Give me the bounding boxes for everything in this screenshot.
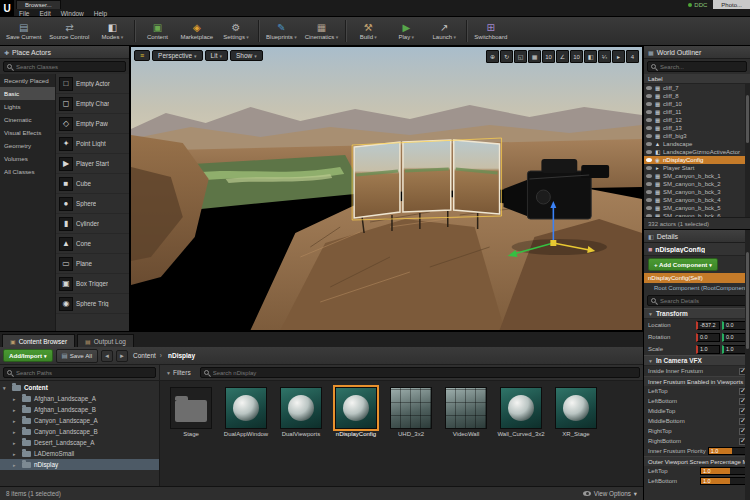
visibility-eye-icon[interactable] — [646, 102, 652, 106]
visibility-eye-icon[interactable] — [646, 86, 652, 90]
placeable-cube[interactable]: ■Cube — [56, 174, 129, 194]
add-import-button[interactable]: Add/Import▾ — [3, 349, 53, 362]
visibility-eye-icon[interactable] — [646, 182, 652, 186]
asset-xr-stage[interactable]: XR_Stage — [551, 387, 601, 438]
tab-content-browser[interactable]: ▣Content Browser — [2, 334, 75, 347]
outliner-search-input[interactable] — [647, 61, 747, 72]
asset-wall-curved-3x2[interactable]: Wall_Curved_3x2 — [496, 387, 546, 438]
content-button[interactable]: ▣Content — [138, 18, 176, 44]
transform-section-header[interactable]: Transform — [656, 310, 688, 317]
rotation-y-field[interactable]: 0.0 — [722, 333, 746, 342]
priority-value-field[interactable]: 1.0 — [708, 447, 746, 455]
expander-icon[interactable]: ▸ — [13, 451, 19, 457]
filters-button[interactable]: ▼Filters — [160, 365, 197, 380]
asset-uhd-3x2[interactable]: UHD_3x2 — [386, 387, 436, 438]
placeable-plane[interactable]: ▭Plane — [56, 254, 129, 274]
category-geometry[interactable]: Geometry — [0, 139, 55, 152]
camera-speed-icon[interactable]: ▸ — [612, 50, 625, 63]
outliner-row[interactable]: ▸Player Start — [644, 164, 750, 172]
category-basic[interactable]: Basic — [0, 87, 55, 100]
lit-button[interactable]: Lit▾ — [205, 50, 228, 61]
asset-videowall[interactable]: VideoWall — [441, 387, 491, 438]
back-button[interactable]: ◄ — [101, 350, 113, 362]
outliner-row[interactable]: ▦cliff_11 — [644, 108, 750, 116]
scale-snap-value[interactable]: ¼ — [598, 50, 611, 63]
grid-snap-value[interactable]: 10 — [542, 50, 555, 63]
component-row-root[interactable]: Root Component (RootComponent) — [644, 283, 750, 293]
viewport-options-button[interactable]: ≡ — [134, 50, 150, 61]
cinematics-button[interactable]: ▦Cinematics — [301, 18, 343, 44]
visibility-eye-icon[interactable] — [646, 174, 652, 178]
visibility-eye-icon[interactable] — [646, 150, 652, 154]
chevron-down-icon[interactable]: ▼ — [648, 311, 653, 317]
outliner-row[interactable]: ▦SM_canyon_b_bck_5 — [644, 204, 750, 212]
scale-y-field[interactable]: 1.0 — [722, 345, 746, 354]
outliner-row[interactable]: ▦SM_canyon_b_bck_1 — [644, 172, 750, 180]
asset-dualviewports[interactable]: DualViewports — [276, 387, 326, 438]
expander-icon[interactable]: ▸ — [13, 418, 19, 424]
grid-snap-icon[interactable]: ▦ — [528, 50, 541, 63]
visibility-eye-icon[interactable] — [646, 142, 652, 146]
details-search-input[interactable] — [647, 295, 747, 306]
category-all-classes[interactable]: All Classes — [0, 165, 55, 178]
category-lights[interactable]: Lights — [0, 100, 55, 113]
folder-content[interactable]: ▾Content — [0, 382, 159, 393]
outliner-row[interactable]: ▦cliff_12 — [644, 116, 750, 124]
placeable-cylinder[interactable]: ▮Cylinder — [56, 214, 129, 234]
launch-button[interactable]: ↗Launch — [425, 18, 463, 44]
settings-button[interactable]: ⚙Settings — [217, 18, 255, 44]
search-assets-input[interactable] — [200, 367, 640, 378]
rotation-snap-icon[interactable]: ∠ — [556, 50, 569, 63]
visibility-eye-icon[interactable] — [646, 214, 652, 217]
outliner-row[interactable]: ▦SM_canyon_b_bck_2 — [644, 180, 750, 188]
visibility-eye-icon[interactable] — [646, 198, 652, 202]
outliner-row[interactable]: ▦SM_canyon_b_bck_3 — [644, 188, 750, 196]
visibility-eye-icon[interactable] — [646, 94, 652, 98]
pct-value-field[interactable]: 1.0 — [700, 467, 746, 475]
asset-ndisplayconfig[interactable]: nDisplayConfig — [331, 387, 381, 438]
outliner-row[interactable]: ▦SM_canyon_b_bck_6 — [644, 212, 750, 217]
category-visual-effects[interactable]: Visual Effects — [0, 126, 55, 139]
save-all-button[interactable]: ▤Save All — [56, 349, 99, 363]
folder-ndisplay[interactable]: ▸nDisplay — [0, 459, 159, 470]
translate-tool-icon[interactable]: ⊕ — [486, 50, 499, 63]
category-recently-placed[interactable]: Recently Placed — [0, 74, 55, 87]
scale-x-field[interactable]: 1.0 — [696, 345, 720, 354]
outliner-row[interactable]: ▦cliff_10 — [644, 100, 750, 108]
outliner-row[interactable]: ▦SM_canyon_b_bck_4 — [644, 196, 750, 204]
category-cinematic[interactable]: Cinematic — [0, 113, 55, 126]
expander-icon[interactable]: ▸ — [13, 429, 19, 435]
expander-icon[interactable]: ▸ — [13, 462, 19, 468]
rotation-x-field[interactable]: 0.0 — [696, 333, 720, 342]
expander-icon[interactable]: ▸ — [13, 440, 19, 446]
placeable-empty-pawn[interactable]: ◇Empty Paw — [56, 114, 129, 134]
place-actors-search-input[interactable] — [3, 61, 126, 72]
asset-dualappwindow[interactable]: DualAppWindow — [221, 387, 271, 438]
switchboard-button[interactable]: ⊞Switchboard — [470, 18, 511, 44]
location-y-field[interactable]: 0.0 — [722, 321, 746, 330]
visibility-eye-icon[interactable] — [646, 134, 652, 138]
outliner-row[interactable]: ▲Landscape — [644, 140, 750, 148]
details-scrollbar[interactable] — [745, 230, 750, 500]
placeable-sphere[interactable]: ●Sphere — [56, 194, 129, 214]
blueprints-button[interactable]: ✎Blueprints — [262, 18, 301, 44]
folder-desert-landscape-a[interactable]: ▸Desert_Landscape_A — [0, 437, 159, 448]
forward-button[interactable]: ► — [116, 350, 128, 362]
scale-tool-icon[interactable]: ◱ — [514, 50, 527, 63]
play-button[interactable]: ▶Play — [387, 18, 425, 44]
menu-file[interactable]: File — [14, 9, 34, 17]
menu-edit[interactable]: Edit — [34, 9, 55, 17]
visibility-eye-icon[interactable] — [646, 206, 652, 210]
visibility-eye-icon[interactable] — [646, 126, 652, 130]
folder-lademosmall[interactable]: ▸LADemoSmall — [0, 448, 159, 459]
placeable-cone[interactable]: ▲Cone — [56, 234, 129, 254]
outliner-row[interactable]: ▦cliff_13 — [644, 124, 750, 132]
component-row-self[interactable]: nDisplayConfig(Self) — [644, 273, 750, 283]
build-button[interactable]: ⚒Build — [349, 18, 387, 44]
rotation-snap-value[interactable]: 10 — [570, 50, 583, 63]
placeable-empty-character[interactable]: ◻Empty Char — [56, 94, 129, 114]
add-component-button[interactable]: + Add Component▾ — [648, 258, 718, 271]
expander-icon[interactable]: ▸ — [13, 396, 19, 402]
placeable-player-start[interactable]: ▶Player Start — [56, 154, 129, 174]
outliner-scrollbar[interactable] — [745, 84, 750, 217]
